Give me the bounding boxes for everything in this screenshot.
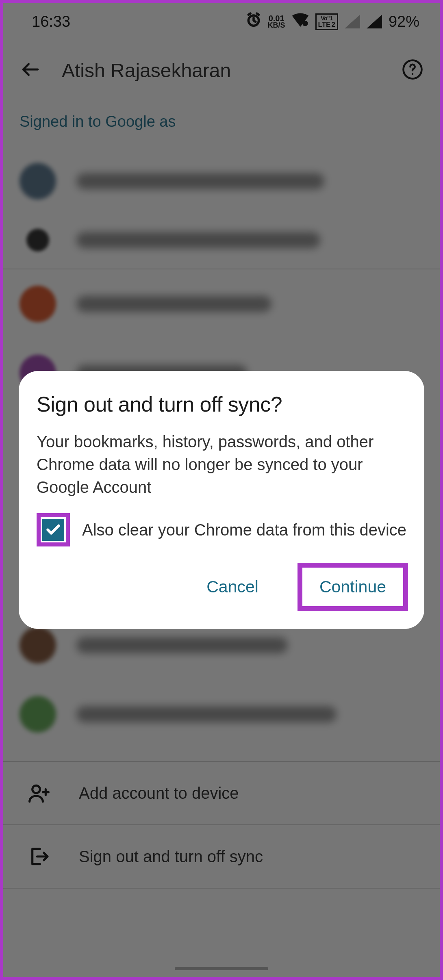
checkbox-label: Also clear your Chrome data from this de… (82, 521, 408, 539)
checkbox-highlight (37, 513, 70, 546)
dialog-title: Sign out and turn off sync? (37, 392, 408, 416)
cancel-button[interactable]: Cancel (192, 568, 273, 606)
clear-data-checkbox[interactable] (42, 519, 64, 541)
signout-dialog: Sign out and turn off sync? Your bookmar… (19, 371, 424, 629)
check-icon (45, 522, 61, 538)
gesture-bar[interactable] (175, 967, 268, 970)
dialog-body: Your bookmarks, history, passwords, and … (37, 430, 408, 499)
continue-highlight: Continue (298, 563, 408, 611)
continue-button[interactable]: Continue (305, 568, 401, 606)
